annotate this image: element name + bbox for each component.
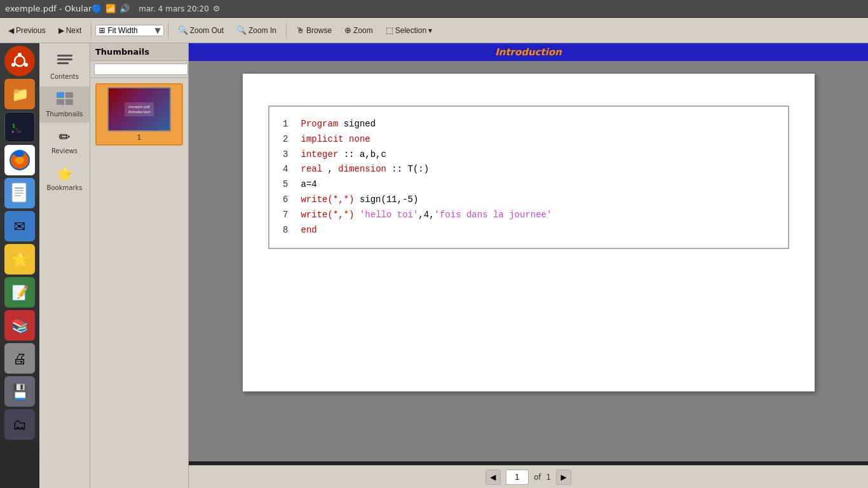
svg-rect-9 bbox=[12, 183, 26, 202]
svg-point-3 bbox=[11, 63, 15, 67]
dock-ubuntu[interactable] bbox=[4, 46, 35, 76]
next-button[interactable]: ▶ Next bbox=[53, 24, 88, 37]
line-numbers: 1 2 3 4 5 6 7 8 bbox=[282, 117, 301, 238]
settings-icon: ⚙ bbox=[213, 4, 220, 13]
toolbar: ◀ Previous ▶ Next ⊞ ▼ 🔍 Zoom Out 🔍 Zoom … bbox=[0, 18, 868, 43]
ubuntu-dock: 📁 $_ ▶ ls ✉ ⭐ 📝 bbox=[0, 43, 39, 488]
zoom-out-icon: 🔍 bbox=[178, 25, 188, 35]
zoom-control[interactable]: ⊞ ▼ bbox=[95, 25, 163, 36]
dock-files[interactable]: 📁 bbox=[4, 79, 35, 109]
page-total: 1 bbox=[546, 473, 551, 482]
sidebar-item-contents[interactable]: Contents bbox=[39, 48, 90, 85]
dock-app2[interactable]: 🖨 bbox=[4, 343, 35, 374]
reviews-label: Reviews bbox=[51, 147, 78, 154]
reviews-icon: ✏️ bbox=[58, 129, 70, 145]
pdf-page: 1 2 3 4 5 6 7 8 Program signed implicit … bbox=[243, 74, 815, 391]
titlebar: exemple.pdf - Okular 🔵 📶 🔊 mar. 4 mars 2… bbox=[0, 0, 868, 18]
zoom-in-button[interactable]: 🔍 Zoom In bbox=[231, 23, 282, 37]
zoom-in-icon: 🔍 bbox=[236, 25, 247, 35]
sidebar-item-reviews[interactable]: ✏️ Reviews bbox=[39, 124, 90, 159]
bookmarks-icon: ⭐ bbox=[56, 166, 73, 182]
separator-1 bbox=[91, 23, 92, 38]
svg-point-4 bbox=[24, 63, 28, 67]
side-panel-search: ▼ bbox=[90, 61, 188, 78]
sidebar-item-thumbnails[interactable]: Thumbnails bbox=[39, 86, 90, 123]
pdf-header-title: Introduction bbox=[495, 46, 562, 58]
zoom-tool-icon: ⊕ bbox=[344, 25, 351, 35]
svg-rect-16 bbox=[57, 62, 69, 64]
code-line-1: Program signed bbox=[301, 117, 775, 132]
pdf-header: Introduction bbox=[189, 43, 868, 61]
next-page-button[interactable]: ▶ bbox=[556, 470, 571, 485]
zoom-dropdown-icon[interactable]: ▼ bbox=[154, 26, 160, 35]
dock-app1[interactable]: 📚 bbox=[4, 310, 35, 341]
page-of-text: of bbox=[534, 473, 541, 482]
selection-button[interactable]: ⬚ Selection ▾ bbox=[380, 23, 438, 37]
code-line-6: write(*,*) sign(11,-5) bbox=[301, 193, 775, 208]
zoom-out-button[interactable]: 🔍 Zoom Out bbox=[172, 23, 229, 37]
svg-rect-19 bbox=[57, 99, 64, 105]
sound-icon: 🔊 bbox=[119, 4, 130, 13]
code-line-8: end bbox=[301, 223, 775, 238]
nav-icons-panel: Contents Thumbnails ✏️ Reviews ⭐ Bookmar… bbox=[39, 43, 90, 488]
code-line-2: implicit none bbox=[301, 132, 775, 147]
thumbnail-number: 1 bbox=[137, 133, 142, 142]
separator-2 bbox=[168, 23, 168, 38]
dock-writer[interactable]: 📝 bbox=[4, 277, 35, 308]
code-line-4: real , dimension :: T(:) bbox=[301, 162, 775, 177]
side-panel-header: Thumbnails bbox=[90, 43, 188, 61]
thumbnail-preview: exemple.pdfIntroduction bbox=[107, 87, 171, 132]
code-container: 1 2 3 4 5 6 7 8 Program signed implicit … bbox=[268, 105, 789, 249]
separator-3 bbox=[286, 23, 287, 38]
main-layout: 📁 $_ ▶ ls ✉ ⭐ 📝 bbox=[0, 43, 868, 488]
titlebar-title: exemple.pdf - Okular bbox=[5, 4, 92, 13]
svg-rect-20 bbox=[65, 99, 73, 105]
svg-text:▶ ls: ▶ ls bbox=[12, 129, 22, 133]
thumbnail-search-input[interactable] bbox=[94, 64, 188, 75]
bookmarks-label: Bookmarks bbox=[47, 184, 83, 191]
previous-button[interactable]: ◀ Previous bbox=[3, 24, 51, 37]
svg-rect-14 bbox=[57, 55, 72, 57]
side-panel: Thumbnails ▼ exemple.pdfIntroduction 1 bbox=[90, 43, 189, 488]
page-nav: ◀ of 1 ▶ bbox=[189, 465, 868, 488]
svg-rect-17 bbox=[57, 92, 64, 98]
svg-text:$_: $_ bbox=[12, 123, 18, 129]
contents-label: Contents bbox=[50, 73, 79, 80]
code-lines: Program signed implicit none integer :: … bbox=[301, 117, 775, 238]
dock-firefox[interactable] bbox=[4, 145, 35, 175]
page-number-input[interactable] bbox=[506, 470, 529, 485]
dock-app3[interactable]: 💾 bbox=[4, 376, 35, 407]
contents-icon bbox=[56, 53, 74, 71]
next-icon: ▶ bbox=[58, 26, 64, 35]
thumbnails-label: Thumbnails bbox=[46, 111, 83, 118]
dock-app4[interactable]: 🗂 bbox=[4, 409, 35, 440]
selection-icon: ⬚ bbox=[386, 25, 393, 35]
dock-terminal[interactable]: $_ ▶ ls bbox=[4, 112, 35, 142]
prev-page-button[interactable]: ◀ bbox=[485, 470, 501, 485]
code-line-7: write(*,*) 'hello toi',4,'fois dans la j… bbox=[301, 208, 775, 223]
previous-icon: ◀ bbox=[8, 26, 14, 35]
clock: mar. 4 mars 20:20 bbox=[139, 4, 209, 13]
code-line-3: integer :: a,b,c bbox=[301, 147, 775, 163]
thumbnails-list: exemple.pdfIntroduction 1 bbox=[90, 78, 188, 488]
dock-star[interactable]: ⭐ bbox=[4, 244, 35, 274]
zoom-input[interactable] bbox=[107, 26, 152, 35]
titlebar-icons: 🔵 📶 🔊 mar. 4 mars 20:20 ⚙ bbox=[92, 4, 220, 13]
dock-kmail[interactable]: ✉ bbox=[4, 211, 35, 241]
svg-rect-15 bbox=[57, 58, 72, 60]
wifi-icon: 📶 bbox=[105, 4, 116, 13]
svg-point-2 bbox=[18, 53, 22, 57]
thumbnail-item[interactable]: exemple.pdfIntroduction 1 bbox=[95, 83, 183, 146]
browse-button[interactable]: 🖱 Browse bbox=[290, 23, 337, 37]
zoom-tool-button[interactable]: ⊕ Zoom bbox=[339, 23, 379, 37]
dock-okular[interactable] bbox=[4, 178, 35, 208]
browse-icon: 🖱 bbox=[296, 25, 304, 35]
pdf-area: Introduction 1 2 3 4 5 6 7 8 Program sig… bbox=[189, 43, 868, 488]
code-line-5: a=4 bbox=[301, 177, 775, 193]
sidebar-item-bookmarks[interactable]: ⭐ Bookmarks bbox=[39, 161, 90, 196]
svg-rect-18 bbox=[65, 92, 73, 98]
thumbnails-icon bbox=[56, 92, 74, 108]
bluetooth-icon: 🔵 bbox=[92, 4, 102, 13]
fit-width-icon: ⊞ bbox=[98, 26, 105, 35]
